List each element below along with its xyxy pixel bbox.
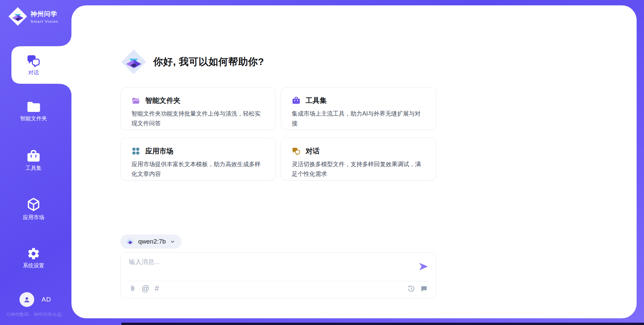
card-desc: 灵活切换多模型文件，支持多样回复效果调试，满足个性化需求 [292, 159, 425, 179]
gear-icon [27, 247, 40, 260]
app-screen: 神州问学 Smart Vision 对话 智能文件夹 [0, 0, 644, 325]
card-title: 智能文件夹 [145, 96, 180, 105]
model-logo-icon [125, 237, 135, 246]
user-avatar [19, 292, 34, 307]
open-folder-icon [131, 96, 140, 105]
card-title: 应用市场 [145, 146, 173, 156]
feature-card-market[interactable]: 应用市场 应用市场提供丰富长文本模板，助力高效生成多样化文章内容 [120, 138, 276, 181]
attach-button[interactable] [129, 284, 136, 292]
card-title: 对话 [306, 146, 320, 156]
sidebar-item-label: 工具集 [25, 165, 42, 172]
sidebar: 神州问学 Smart Vision 对话 智能文件夹 [0, 0, 71, 325]
greeting: 你好, 我可以如何帮助你? [121, 49, 264, 75]
copyright-text: ©神州数码 · 神州问学出品 [7, 312, 62, 318]
hash-button[interactable]: # [155, 285, 159, 292]
sidebar-item-chat[interactable]: 对话 [0, 47, 67, 84]
chat-icon [292, 147, 301, 155]
card-desc: 集成市场上主流工具，助力AI与外界无缝扩展与对接 [292, 109, 425, 128]
send-icon [419, 262, 428, 271]
model-name: qwen2:7b [138, 238, 166, 245]
feature-card-tools[interactable]: 工具集 集成市场上主流工具，助力AI与外界无缝扩展与对接 [281, 87, 436, 130]
user-account[interactable]: AD [19, 292, 51, 307]
welcome-logo-icon [121, 49, 147, 75]
grid-icon [131, 147, 140, 155]
bottom-strip [121, 323, 644, 325]
feature-card-chat[interactable]: 对话 灵活切换多模型文件，支持多样回复效果调试，满足个性化需求 [281, 138, 436, 181]
composer: @ # [120, 252, 436, 298]
feedback-button[interactable] [420, 285, 428, 292]
cube-icon [26, 197, 41, 212]
card-desc: 智能文件夹功能支持批量文件上传与清洗，轻松实现文件问答 [131, 109, 264, 128]
sidebar-item-market[interactable]: 应用市场 [0, 197, 67, 221]
send-button[interactable] [419, 262, 428, 271]
chat-bubble-icon [420, 285, 428, 292]
sidebar-item-settings[interactable]: 系统设置 [0, 247, 67, 269]
folder-icon [26, 101, 41, 113]
message-input[interactable] [129, 258, 411, 277]
composer-divider [128, 281, 429, 281]
greeting-title: 你好, 我可以如何帮助你? [153, 55, 264, 69]
feature-cards: 智能文件夹 智能文件夹功能支持批量文件上传与清洗，轻松实现文件问答 工具集 集成… [120, 87, 437, 181]
card-title: 工具集 [306, 96, 327, 105]
chat-icon [26, 54, 41, 67]
sidebar-item-label: 对话 [28, 69, 39, 76]
history-button[interactable] [408, 285, 415, 292]
user-name: AD [42, 296, 51, 303]
briefcase-icon [292, 96, 301, 105]
sidebar-item-label: 智能文件夹 [20, 115, 47, 122]
feature-card-folders[interactable]: 智能文件夹 智能文件夹功能支持批量文件上传与清洗，轻松实现文件问答 [120, 87, 276, 130]
card-desc: 应用市场提供丰富长文本模板，助力高效生成多样化文章内容 [131, 159, 264, 179]
model-selector[interactable]: qwen2:7b [120, 235, 181, 249]
paperclip-icon [129, 284, 136, 292]
briefcase-icon [26, 149, 41, 163]
chevron-down-icon [170, 239, 175, 244]
sidebar-item-folders[interactable]: 智能文件夹 [0, 101, 67, 122]
person-icon [22, 295, 31, 304]
mention-button[interactable]: @ [142, 285, 149, 292]
sidebar-item-label: 应用市场 [23, 214, 44, 221]
sidebar-item-label: 系统设置 [23, 262, 44, 269]
history-icon [408, 285, 415, 292]
sidebar-item-tools[interactable]: 工具集 [0, 149, 67, 172]
